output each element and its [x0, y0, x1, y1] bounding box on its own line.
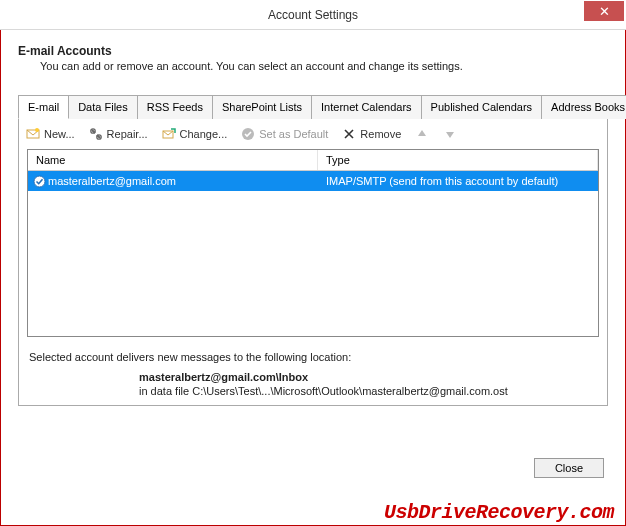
tab-rss-feeds[interactable]: RSS Feeds	[137, 95, 213, 119]
watermark-text: UsbDriveRecovery.com	[384, 501, 614, 524]
tab-published-calendars[interactable]: Published Calendars	[421, 95, 543, 119]
window-title: Account Settings	[0, 8, 626, 22]
tab-data-files[interactable]: Data Files	[68, 95, 138, 119]
title-bar: Account Settings ✕	[0, 0, 626, 30]
tab-label: SharePoint Lists	[222, 101, 302, 113]
tab-label: E-mail	[28, 101, 59, 113]
tab-label: Data Files	[78, 101, 128, 113]
tab-label: Internet Calendars	[321, 101, 412, 113]
tab-label: RSS Feeds	[147, 101, 203, 113]
tab-address-books[interactable]: Address Books	[541, 95, 626, 119]
tab-sharepoint-lists[interactable]: SharePoint Lists	[212, 95, 312, 119]
button-label: Close	[555, 462, 583, 474]
tab-internet-calendars[interactable]: Internet Calendars	[311, 95, 422, 119]
close-icon: ✕	[599, 4, 610, 19]
close-button[interactable]: Close	[534, 458, 604, 478]
tab-label: Address Books	[551, 101, 625, 113]
window-close-button[interactable]: ✕	[584, 1, 624, 21]
dialog-footer: Close	[534, 458, 604, 478]
tabstrip: E-mail Data Files RSS Feeds SharePoint L…	[18, 94, 608, 119]
window-border	[0, 0, 626, 526]
tab-email[interactable]: E-mail	[18, 95, 69, 119]
tab-label: Published Calendars	[431, 101, 533, 113]
